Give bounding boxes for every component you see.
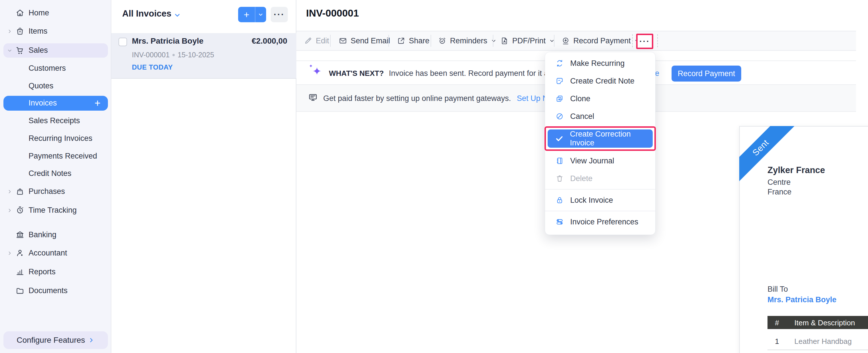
chevron-right-icon [7, 29, 12, 34]
menu-item-make-recurring[interactable]: Make Recurring [545, 55, 655, 72]
sidebar-item-recurring-invoices[interactable]: Recurring Invoices [0, 131, 111, 146]
sidebar-item-accountant[interactable]: Accountant [0, 246, 111, 260]
reminders-button[interactable]: Reminders [438, 31, 497, 50]
sidebar-item-sales[interactable]: Sales [3, 43, 108, 58]
col-index: # [775, 318, 779, 327]
sidebar-item-banking[interactable]: Banking [0, 227, 111, 242]
company-address-line2: France [768, 188, 792, 197]
bill-to-label: Bill To [768, 285, 788, 294]
edit-button[interactable]: Edit [304, 31, 329, 50]
sidebar-item-label: Banking [29, 231, 57, 239]
menu-item-lock-invoice[interactable]: Lock Invoice [545, 191, 655, 209]
menu-item-label: Create Correction Invoice [570, 130, 653, 147]
new-invoice-split-button[interactable]: + [238, 7, 266, 22]
edit-label: Edit [316, 36, 329, 45]
menu-item-delete[interactable]: Delete [545, 170, 655, 187]
sidebar-item-label: Recurring Invoices [29, 134, 93, 143]
sidebar-item-credit-notes[interactable]: Credit Notes [0, 166, 111, 181]
list-more-button[interactable]: ··· [271, 7, 288, 22]
menu-item-create-credit-note[interactable]: Create Credit Note [545, 72, 655, 90]
pdf-print-button[interactable]: PDF/Print [500, 31, 555, 50]
chevron-down-icon [491, 38, 497, 44]
share-button[interactable]: Share [397, 31, 429, 50]
bank-icon [16, 230, 25, 239]
menu-divider [545, 189, 655, 189]
banner-record-payment-button[interactable]: Record Payment [672, 66, 741, 81]
col-item-description: Item & Description [794, 318, 855, 327]
menu-item-invoice-preferences[interactable]: Invoice Preferences [545, 213, 655, 231]
sidebar-item-sales-receipts[interactable]: Sales Receipts [0, 113, 111, 128]
home-icon [16, 8, 25, 17]
sidebar-item-home[interactable]: Home [0, 6, 111, 21]
chevron-right-icon [7, 250, 12, 256]
menu-item-create-correction-invoice[interactable]: Create Correction Invoice [548, 130, 653, 148]
gateway-message: Get paid faster by setting up online pay… [323, 94, 511, 103]
toolbar-more-button[interactable]: ··· [636, 34, 653, 49]
configure-features-label: Configure Features [17, 336, 85, 345]
alarm-icon [438, 36, 446, 45]
toolbar-separator [431, 35, 431, 47]
cart-icon [16, 46, 25, 55]
chevron-down-icon [7, 48, 12, 53]
send-email-label: Send Email [351, 36, 390, 45]
annotation-highlight-box: Create Correction Invoice [545, 126, 656, 151]
row-item-name: Leather Handbag [794, 337, 852, 346]
invoice-date: 15-10-2025 [178, 51, 214, 59]
menu-item-label: Invoice Preferences [570, 218, 639, 226]
chevron-down-icon[interactable] [174, 11, 181, 19]
card-terminal-icon [308, 93, 318, 103]
menu-item-cancel[interactable]: Cancel [545, 107, 655, 125]
menu-item-label: Delete [570, 174, 592, 183]
recurring-icon [555, 59, 564, 68]
menu-divider [545, 211, 655, 211]
sidebar-item-label: Sales [29, 46, 48, 55]
share-label: Share [409, 36, 429, 45]
sparkle-icon: ✦ [312, 65, 321, 77]
toolbar-separator [554, 35, 555, 47]
configure-features-button[interactable]: Configure Features [3, 331, 108, 349]
download-circle-icon [561, 36, 570, 45]
row-index: 1 [775, 337, 779, 346]
invoice-amount: €2.000,00 [252, 36, 287, 46]
sidebar-item-time-tracking[interactable]: Time Tracking [0, 203, 111, 218]
sidebar-item-label: Reports [29, 268, 56, 276]
send-email-button[interactable]: Send Email [339, 31, 390, 50]
sidebar-item-payments-received[interactable]: Payments Received [0, 149, 111, 164]
items-bag-icon [16, 27, 25, 36]
bill-to-customer-link[interactable]: Mrs. Patricia Boyle [768, 295, 837, 304]
sidebar-item-purchases[interactable]: Purchases [0, 184, 111, 199]
whats-next-link-fragment[interactable]: e [655, 69, 659, 78]
sidebar-item-label: Items [29, 27, 48, 36]
row-checkbox[interactable] [119, 38, 127, 46]
sidebar-item-label: Time Tracking [29, 206, 77, 215]
sidebar-item-label: Documents [29, 286, 68, 295]
dot-separator [173, 54, 175, 56]
toolbar-separator [330, 35, 331, 47]
sidebar-item-customers[interactable]: Customers [0, 61, 111, 76]
sidebar-item-invoices[interactable]: Invoices + [3, 96, 108, 111]
record-payment-button[interactable]: Record Payment [561, 31, 640, 50]
menu-item-clone[interactable]: Clone [545, 90, 655, 107]
journal-icon [555, 156, 564, 165]
item-table-row: 1 Leather Handbag 1,00 2.000,00 2.000,00 [768, 331, 868, 350]
purchases-bag-icon [16, 187, 25, 196]
sidebar-item-quotes[interactable]: Quotes [0, 79, 111, 94]
chevron-down-icon[interactable] [255, 7, 266, 22]
company-address-line1: Centre [768, 178, 790, 187]
invoice-list-item[interactable]: Mrs. Patricia Boyle €2.000,00 INV-000001… [111, 33, 297, 79]
customer-name: Mrs. Patricia Boyle [132, 36, 204, 46]
sidebar-item-items[interactable]: Items [0, 24, 111, 39]
sidebar-item-label: Payments Received [29, 152, 97, 161]
menu-item-view-journal[interactable]: View Journal [545, 152, 655, 170]
list-filter-title[interactable]: All Invoices [122, 8, 171, 19]
new-invoice-plus-icon[interactable]: + [94, 97, 100, 109]
invoice-list-panel: All Invoices + ··· Mrs. Patricia Boyle €… [111, 0, 297, 353]
chevron-right-icon [7, 208, 12, 213]
sidebar-item-documents[interactable]: Documents [0, 283, 111, 298]
plus-icon[interactable]: + [238, 7, 255, 22]
sidebar-item-label: Home [29, 8, 49, 17]
menu-item-label: Clone [570, 94, 590, 103]
menu-item-label: Cancel [570, 112, 594, 121]
status-badge: DUE TODAY [132, 63, 173, 71]
sidebar-item-reports[interactable]: Reports [0, 264, 111, 279]
